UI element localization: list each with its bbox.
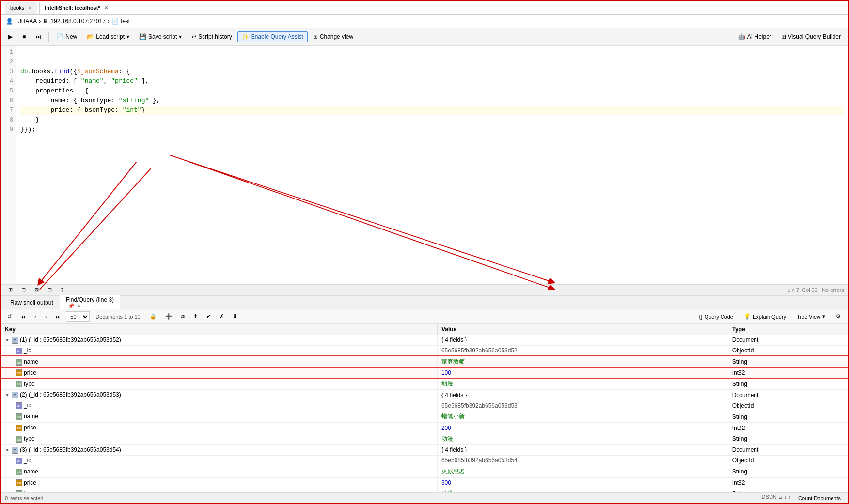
editor-tool-1[interactable]: ⊞ [5,285,16,294]
ai-helper-button[interactable]: 🤖 AI Helper [734,31,776,42]
editor-no-errors: No errors [822,287,844,293]
query-code-button[interactable]: {} Query Code [694,312,738,321]
editor-tool-2[interactable]: ⊟ [18,285,29,294]
change-view-button[interactable]: ⊞ Change view [309,31,358,42]
child-key: id_id [1,455,437,466]
table-row[interactable]: abname火影忍者String [1,466,848,477]
child-value: 65e5685fb392ab656a053d53 [437,400,728,411]
sep1 [48,32,49,42]
add-row-button[interactable]: ➕ [162,312,175,321]
main-area: 1 2 3 4 5 6 7 8 9 db.books.find({$jsonSc… [1,46,848,503]
query-code-label: Query Code [705,314,733,320]
results-panel: Raw shell output Find/Query (line 3) 📌 ✕… [1,295,848,503]
col-key: Key [1,324,437,335]
explain-query-button[interactable]: 💡 Explain Query [739,312,790,321]
script-history-button[interactable]: ↩ Script history [187,31,236,42]
load-script-button[interactable]: 📂 Load script ▾ [82,31,134,42]
enable-query-assist-button[interactable]: ✨ Enable Query Assist [237,31,308,42]
table-row[interactable]: abname家庭教师String [1,356,848,367]
prev-page-first-button[interactable]: ⏮ [17,312,29,321]
table-row[interactable]: ##price300Int32 [1,477,848,488]
child-key: abname [1,356,437,367]
new-button[interactable]: 📄 New [52,31,81,42]
next-page-last-button[interactable]: ⏭ [52,312,64,321]
editor-lin-col: Lin 7, Col 33 [787,287,818,293]
table-row[interactable]: ##price200Int32 [1,423,848,433]
count-documents-button[interactable]: Count Documents [795,494,844,503]
tab-find-query[interactable]: Find/Query (line 3) 📌 ✕ [60,294,120,311]
documents-count: Documents 1 to 10 [95,314,140,320]
child-value: 动漫 [437,433,728,444]
child-type: Int32 [728,367,848,378]
pin-icon[interactable]: 📌 [68,303,75,309]
table-row[interactable]: abtype动漫String [1,378,848,390]
refresh-button[interactable]: ↺ [4,312,15,321]
script-history-label: Script history [198,33,232,40]
tree-view-button[interactable]: Tree View ▾ [792,312,830,321]
row-key: ▼⊡(1) (_id : 65e5685fb392ab656a053d52) [1,335,437,346]
step-button[interactable]: ⏭ [31,31,46,42]
close-books-icon[interactable]: ✕ [28,5,32,11]
script-history-icon: ↩ [191,33,196,40]
code-editor[interactable]: 1 2 3 4 5 6 7 8 9 db.books.find({$jsonSc… [1,46,848,284]
table-row[interactable]: abname蜡笔小新String [1,411,848,423]
table-row[interactable]: ▼⊡(2) (_id : 65e5685fb392ab656a053d53){ … [1,390,848,400]
child-key: abtype [1,488,437,492]
child-key: abname [1,466,437,477]
lock-button[interactable]: 🔒 [146,312,160,321]
close-tab-icon[interactable]: ✕ [77,303,81,309]
close-intellishell-icon[interactable]: ✕ [104,5,108,11]
run-button[interactable]: ▶ [4,31,17,42]
tree-view-chevron: ▾ [822,313,825,320]
child-type: ObjectId [728,345,848,356]
child-value: 动漫 [437,488,728,492]
tab-books[interactable]: books ✕ [5,2,37,14]
code-line-5: properties : { [20,86,844,96]
child-type: String [728,488,848,492]
child-key: id_id [1,345,437,356]
row-value: { 4 fields } [437,444,728,455]
visual-query-builder-button[interactable]: ⊞ Visual Query Builder [777,31,845,42]
col-value: Value [437,324,728,335]
download-button[interactable]: ⬇ [229,312,240,321]
row-key: ▼⊡(2) (_id : 65e5685fb392ab656a053d53) [1,390,437,400]
row-value: { 4 fields } [437,390,728,400]
change-view-icon: ⊞ [313,33,318,40]
editor-tool-3[interactable]: ⊠ [31,285,42,294]
table-row[interactable]: id_id65e5685fb392ab656a053d53ObjectId [1,400,848,411]
find-query-label: Find/Query (line 3) [66,296,114,303]
code-content[interactable]: db.books.find({$jsonSchema: { required: … [16,46,848,284]
child-value: 火影忍者 [437,466,728,477]
clone-row-button[interactable]: ⧉ [177,312,188,321]
table-row[interactable]: abtype动漫String [1,488,848,492]
table-row[interactable]: ##price100Int32 [1,367,848,378]
table-row[interactable]: ▼⊡(3) (_id : 65e5685fb392ab656a053d54){ … [1,444,848,455]
child-value: 蜡笔小新 [437,411,728,423]
save-script-button[interactable]: 💾 Save script ▾ [135,31,186,42]
breadcrumb-db-icon: 📄 [111,18,119,25]
table-row[interactable]: ▼⊡(1) (_id : 65e5685fb392ab656a053d52){ … [1,335,848,346]
child-type: String [728,466,848,477]
app-container: books ✕ IntelliShell: localhost* ✕ 👤 LJH… [0,0,849,504]
tab-books-label: books [10,5,24,11]
x-button[interactable]: ✗ [216,312,227,321]
settings-button[interactable]: ⚙ [832,312,845,321]
table-row[interactable]: abtype动漫String [1,433,848,444]
next-page-button[interactable]: › [42,312,50,321]
prev-page-button[interactable]: ‹ [31,312,40,321]
editor-tool-4[interactable]: ⊡ [44,285,55,294]
table-row[interactable]: id_id65e5685fb392ab656a053d54ObjectId [1,455,848,466]
explain-query-label: Explain Query [753,314,786,320]
page-size-select[interactable]: 50 100 200 [66,311,90,322]
query-code-icon: {} [699,314,702,320]
code-line-6: name: { bsonType: "string" }, [20,96,844,106]
upload-button[interactable]: ⬆ [190,312,201,321]
save-script-icon: 💾 [139,33,146,40]
editor-help[interactable]: ? [57,285,67,294]
tab-intellishell[interactable]: IntelliShell: localhost* ✕ [39,2,113,14]
check-button[interactable]: ✔ [203,312,214,321]
child-type: String [728,378,848,390]
tab-raw-shell-output[interactable]: Raw shell output [4,297,60,308]
stop-button[interactable]: ■ [18,31,30,42]
table-row[interactable]: id_id65e5685fb392ab656a053d52ObjectId [1,345,848,356]
